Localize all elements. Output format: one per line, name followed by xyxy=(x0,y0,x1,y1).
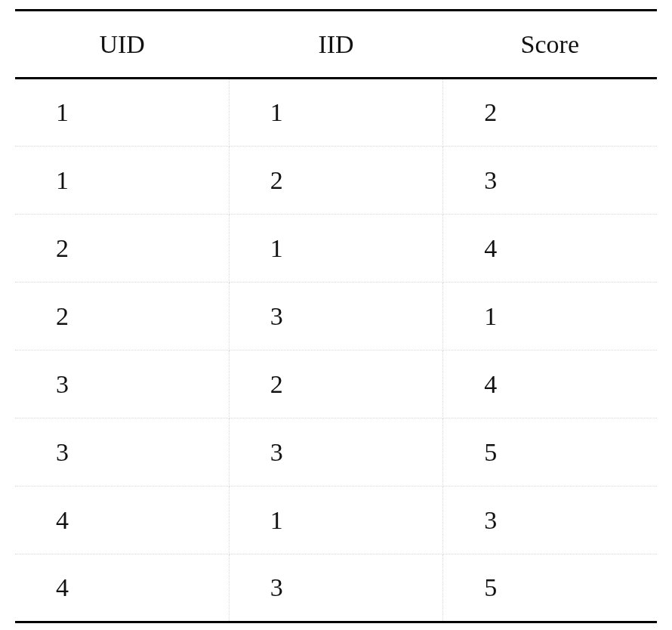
cell-iid: 1 xyxy=(229,486,442,554)
cell-iid: 3 xyxy=(229,554,442,622)
cell-score: 4 xyxy=(443,215,657,283)
table-row: 1 2 3 xyxy=(15,147,657,215)
cell-iid: 2 xyxy=(229,351,442,418)
table-row: 2 3 1 xyxy=(15,283,657,351)
cell-score: 3 xyxy=(443,486,657,554)
table-row: 2 1 4 xyxy=(15,215,657,283)
col-header-score: Score xyxy=(443,11,657,79)
cell-iid: 1 xyxy=(229,215,442,283)
cell-uid: 2 xyxy=(15,215,229,283)
col-header-iid: IID xyxy=(229,11,442,79)
table-row: 3 2 4 xyxy=(15,351,657,418)
col-header-uid: UID xyxy=(15,11,229,79)
cell-score: 4 xyxy=(443,351,657,418)
table-row: 4 1 3 xyxy=(15,486,657,554)
cell-iid: 1 xyxy=(229,79,442,147)
table-row: 1 1 2 xyxy=(15,79,657,147)
cell-uid: 3 xyxy=(15,351,229,418)
cell-score: 5 xyxy=(443,554,657,622)
table-row: 3 3 5 xyxy=(15,418,657,486)
cell-iid: 3 xyxy=(229,418,442,486)
cell-uid: 2 xyxy=(15,283,229,351)
cell-score: 1 xyxy=(443,283,657,351)
cell-uid: 4 xyxy=(15,554,229,622)
cell-iid: 3 xyxy=(229,283,442,351)
cell-score: 5 xyxy=(443,418,657,486)
page: UID IID Score 1 1 2 1 2 3 2 1 4 2 xyxy=(0,0,672,630)
table-row: 4 3 5 xyxy=(15,554,657,622)
cell-score: 2 xyxy=(443,79,657,147)
cell-iid: 2 xyxy=(229,147,442,215)
table-header-row: UID IID Score xyxy=(15,11,657,79)
cell-uid: 3 xyxy=(15,418,229,486)
cell-uid: 1 xyxy=(15,79,229,147)
cell-score: 3 xyxy=(443,147,657,215)
data-table: UID IID Score 1 1 2 1 2 3 2 1 4 2 xyxy=(15,9,657,623)
cell-uid: 4 xyxy=(15,486,229,554)
cell-uid: 1 xyxy=(15,147,229,215)
